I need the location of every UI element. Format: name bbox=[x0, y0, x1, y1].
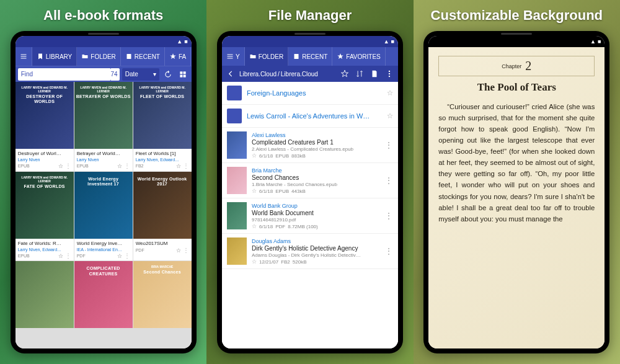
book-item[interactable]: World Energy Investment 17World Energy I… bbox=[74, 172, 133, 261]
back-button[interactable] bbox=[224, 68, 237, 80]
file-cover bbox=[227, 167, 247, 194]
menu-button[interactable]: Y bbox=[222, 47, 245, 66]
more-icon[interactable]: ⋮ bbox=[124, 254, 130, 258]
more-icon[interactable]: ⋮ bbox=[65, 164, 71, 168]
svg-rect-2 bbox=[183, 71, 185, 74]
result-count: 74 bbox=[111, 68, 120, 81]
book-cover: LARRY NIVEN and EDWARD M. LERNERFATE OF … bbox=[16, 172, 74, 239]
breadcrumb-path[interactable]: Librera.Cloud/Librera.Cloud bbox=[239, 71, 336, 78]
star-icon[interactable] bbox=[58, 254, 63, 259]
menu-button[interactable] bbox=[16, 47, 32, 66]
sort-button[interactable] bbox=[353, 68, 366, 80]
more-icon[interactable]: ⋮ bbox=[183, 164, 189, 168]
more-icon[interactable]: ⋮ bbox=[384, 249, 393, 254]
star-icon[interactable] bbox=[252, 189, 257, 193]
book-item[interactable]: LARRY NIVEN and EDWARD M. LERNERFATE OF … bbox=[16, 172, 74, 261]
chevron-left-icon bbox=[226, 69, 235, 78]
phone-frame: ▲■ LIBRARY FOLDER RECENT FA 74 Date▾ LAR… bbox=[11, 31, 197, 353]
promo-panel-background: Customizable Background ▲■ Chapter 2 The… bbox=[414, 0, 620, 364]
star-icon[interactable] bbox=[176, 164, 181, 169]
book-item[interactable]: LARRY NIVEN and EDWARD M. LERNERDESTROYE… bbox=[16, 82, 74, 171]
app-screen-library: ▲■ LIBRARY FOLDER RECENT FA 74 Date▾ LAR… bbox=[16, 36, 192, 348]
file-row[interactable]: Bria MarcheSecond Chances1.Bria Marche -… bbox=[222, 163, 398, 198]
panel-title: File Manager bbox=[268, 7, 352, 24]
star-icon[interactable] bbox=[117, 254, 122, 259]
chevron-down-icon: ▾ bbox=[153, 71, 156, 78]
card-button[interactable] bbox=[368, 68, 381, 80]
tab-folder[interactable]: FOLDER bbox=[245, 47, 289, 66]
book-item[interactable]: BRIA MARCHESecond Chances bbox=[133, 261, 192, 328]
file-row[interactable]: Douglas AdamsDirk Gently's Holistic Dete… bbox=[222, 234, 398, 269]
folder-name: Lewis Carroll - Alice's Adventures in W… bbox=[247, 112, 382, 120]
file-date: 6/1/18 bbox=[259, 224, 273, 229]
book-format: EPUB bbox=[77, 163, 89, 169]
more-icon[interactable]: ⋮ bbox=[124, 164, 130, 168]
folder-row[interactable]: Foreign-Languages bbox=[222, 82, 398, 105]
file-row[interactable]: Alexi LawlessComplicated Creatures Part … bbox=[222, 128, 398, 163]
favorite-path-button[interactable] bbox=[339, 68, 351, 80]
book-title: Betrayer of World… bbox=[77, 151, 130, 157]
more-icon[interactable]: ⋮ bbox=[384, 213, 393, 218]
phone-frame: ▲■ Chapter 2 The Pool of Tears “Curiouse… bbox=[423, 31, 609, 353]
star-icon[interactable] bbox=[252, 153, 257, 158]
grid-icon bbox=[179, 70, 187, 79]
book-title: Fate of Worlds: R… bbox=[18, 241, 71, 247]
book-title: Destroyer of Worl… bbox=[18, 151, 71, 157]
book-author: Larry Niven, Edward… bbox=[136, 157, 189, 162]
tab-favorites[interactable]: FA bbox=[165, 47, 191, 66]
more-icon[interactable]: ⋮ bbox=[65, 254, 71, 258]
book-item[interactable]: COMPLICATED CREATURES bbox=[74, 261, 133, 328]
sort-select[interactable]: Date▾ bbox=[122, 68, 159, 81]
more-icon[interactable]: ⋮ bbox=[183, 249, 189, 252]
promo-panel-formats: All e-book formats ▲■ LIBRARY FOLDER REC… bbox=[0, 0, 206, 364]
chapter-header: Chapter 2 bbox=[438, 56, 595, 76]
star-icon[interactable] bbox=[252, 259, 257, 264]
tab-label: RECENT bbox=[302, 53, 327, 60]
more-icon bbox=[385, 69, 394, 78]
book-icon bbox=[293, 53, 300, 60]
tab-folder[interactable]: FOLDER bbox=[77, 47, 121, 66]
file-name: 9781464812910.pdf bbox=[252, 217, 379, 223]
star-icon[interactable] bbox=[58, 164, 63, 169]
file-cover bbox=[227, 237, 247, 265]
more-icon[interactable]: ⋮ bbox=[384, 143, 393, 148]
book-item[interactable] bbox=[16, 261, 74, 328]
star-icon[interactable] bbox=[176, 248, 181, 253]
star-icon[interactable] bbox=[387, 90, 393, 96]
file-title: Complicated Creatures Part 1 bbox=[252, 139, 379, 146]
folder-row[interactable]: Lewis Carroll - Alice's Adventures in W… bbox=[222, 105, 398, 128]
star-icon[interactable] bbox=[117, 164, 122, 169]
book-item[interactable]: LARRY NIVEN and EDWARD M. LERNERFLEET OF… bbox=[133, 82, 192, 171]
more-button[interactable] bbox=[383, 68, 396, 80]
book-cover: World Energy Investment 17 bbox=[74, 172, 133, 239]
star-icon[interactable] bbox=[252, 224, 257, 229]
tab-recent[interactable]: RECENT bbox=[121, 47, 165, 66]
tab-favorites[interactable]: FAVORITES bbox=[332, 47, 385, 66]
file-row[interactable]: World Bank GroupWorld Bank Document97814… bbox=[222, 198, 398, 234]
book-cover: LARRY NIVEN and EDWARD M. LERNERFLEET OF… bbox=[133, 82, 192, 149]
tab-label: FAVORITES bbox=[346, 53, 380, 60]
tab-library[interactable]: LIBRARY bbox=[32, 47, 78, 66]
reader-page[interactable]: Chapter 2 The Pool of Tears “Curiouser a… bbox=[428, 47, 604, 348]
tab-recent[interactable]: RECENT bbox=[288, 47, 332, 66]
book-item[interactable]: World Energy Outlook 2017Weo2017SUMPDF⋮ bbox=[133, 172, 192, 261]
file-author: Bria Marche bbox=[252, 167, 379, 174]
star-icon[interactable] bbox=[387, 113, 393, 119]
star-icon bbox=[337, 53, 344, 60]
book-author: IEA - International En… bbox=[77, 247, 130, 252]
search-input[interactable] bbox=[18, 68, 111, 81]
view-grid-button[interactable] bbox=[177, 68, 189, 81]
chapter-label: Chapter bbox=[502, 63, 521, 69]
star-icon bbox=[169, 53, 177, 60]
folder-icon bbox=[227, 109, 242, 123]
sd-card-icon bbox=[370, 69, 379, 78]
book-item[interactable]: LARRY NIVEN and EDWARD M. LERNERBETRAYER… bbox=[74, 82, 133, 171]
folder-icon bbox=[81, 53, 89, 60]
refresh-button[interactable] bbox=[162, 68, 174, 81]
chapter-number: 2 bbox=[525, 59, 531, 73]
more-icon[interactable]: ⋮ bbox=[384, 178, 393, 183]
file-cover bbox=[227, 131, 247, 159]
file-size: 8.72MB (100) bbox=[288, 224, 317, 229]
sort-icon bbox=[355, 69, 364, 78]
file-name: Adams Douglas - Dirk Gently's Holistic D… bbox=[252, 252, 379, 258]
